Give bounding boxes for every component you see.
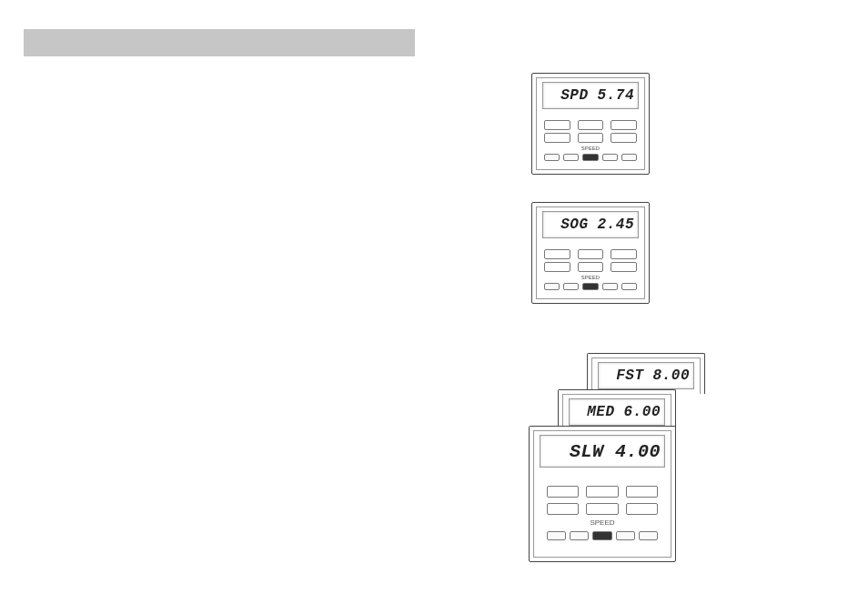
device-button-small[interactable] xyxy=(616,531,635,540)
device-button[interactable] xyxy=(547,486,579,498)
device-button-small[interactable] xyxy=(547,531,566,540)
device-button[interactable] xyxy=(611,262,637,272)
lcd-value: 5.74 xyxy=(598,87,634,104)
device-button[interactable] xyxy=(544,133,570,143)
lcd-label: SPD xyxy=(560,87,588,104)
device-button[interactable] xyxy=(544,120,570,130)
speed-label: SPEED xyxy=(581,146,600,151)
button-row xyxy=(547,486,658,498)
device-button[interactable] xyxy=(611,133,637,143)
device-button[interactable] xyxy=(544,262,570,272)
device-slw: SLW 4.00 SPEED xyxy=(529,426,676,562)
lcd-display: SOG 2.45 xyxy=(542,211,639,238)
lcd-label: SOG xyxy=(560,216,588,233)
button-row xyxy=(547,503,658,515)
button-row xyxy=(544,133,637,143)
button-row xyxy=(547,531,658,540)
device-button-small[interactable] xyxy=(582,283,598,290)
lcd-value: 4.00 xyxy=(615,441,661,462)
device-button[interactable] xyxy=(578,120,604,130)
device-button[interactable] xyxy=(578,133,604,143)
button-row xyxy=(544,262,637,272)
device-button-small[interactable] xyxy=(621,283,637,290)
device-fst: FST 8.00 xyxy=(587,353,705,394)
lcd-display: SLW 4.00 xyxy=(540,435,665,468)
device-button[interactable] xyxy=(544,249,570,259)
device-button-small[interactable] xyxy=(621,154,637,161)
device-button[interactable] xyxy=(578,249,604,259)
device-med: MED 6.00 xyxy=(558,389,676,430)
device-button-small[interactable] xyxy=(563,283,579,290)
lcd-display: FST 8.00 xyxy=(598,362,694,389)
lcd-value: 8.00 xyxy=(653,367,690,384)
lcd-label: MED xyxy=(587,404,614,420)
device-button[interactable] xyxy=(586,486,618,498)
header-bar xyxy=(24,29,415,56)
button-row xyxy=(544,283,637,290)
device-sog: SOG 2.45 SPEED xyxy=(531,202,650,304)
button-row xyxy=(544,249,637,259)
lcd-display: SPD 5.74 xyxy=(542,82,639,109)
device-button-small[interactable] xyxy=(544,154,560,161)
device-button[interactable] xyxy=(626,503,658,515)
speed-label: SPEED xyxy=(581,275,600,280)
lcd-value: 6.00 xyxy=(624,404,661,420)
device-button-small[interactable] xyxy=(602,154,618,161)
device-button[interactable] xyxy=(626,486,658,498)
device-button-small[interactable] xyxy=(544,283,560,290)
button-row xyxy=(544,154,637,161)
device-button[interactable] xyxy=(547,503,579,515)
speed-label: SPEED xyxy=(590,520,614,526)
lcd-value: 2.45 xyxy=(598,216,634,233)
lcd-display: MED 6.00 xyxy=(569,398,665,426)
device-button-small[interactable] xyxy=(602,283,618,290)
device-button-small[interactable] xyxy=(570,531,589,540)
lcd-label: FST xyxy=(616,367,643,384)
device-button[interactable] xyxy=(611,120,637,130)
button-row xyxy=(544,120,637,130)
device-button[interactable] xyxy=(586,503,618,515)
lcd-label: SLW xyxy=(570,441,604,462)
device-button-small[interactable] xyxy=(582,154,598,161)
device-button[interactable] xyxy=(611,249,637,259)
device-spd: SPD 5.74 SPEED xyxy=(531,73,650,175)
device-button-small[interactable] xyxy=(639,531,658,540)
device-button-small[interactable] xyxy=(592,531,611,540)
device-button-small[interactable] xyxy=(563,154,579,161)
device-button[interactable] xyxy=(578,262,604,272)
